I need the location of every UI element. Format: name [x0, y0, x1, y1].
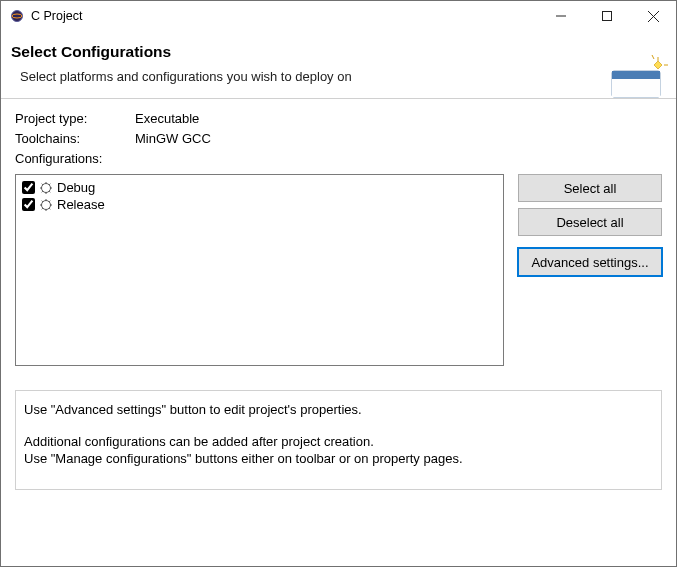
- maximize-button[interactable]: [584, 1, 630, 31]
- toolchains-label: Toolchains:: [15, 131, 135, 146]
- svg-point-13: [42, 183, 51, 192]
- info-grid: Project type: Executable Toolchains: Min…: [15, 111, 662, 166]
- page-title: Select Configurations: [11, 43, 666, 61]
- config-checkbox[interactable]: [22, 198, 35, 211]
- side-buttons: Select all Deselect all Advanced setting…: [518, 174, 662, 276]
- config-checkbox[interactable]: [22, 181, 35, 194]
- close-button[interactable]: [630, 1, 676, 31]
- page-subtitle: Select platforms and configurations you …: [11, 69, 666, 84]
- eclipse-icon: [9, 8, 25, 24]
- svg-line-12: [652, 55, 654, 59]
- svg-rect-3: [603, 12, 612, 21]
- advanced-settings-button[interactable]: Advanced settings...: [518, 248, 662, 276]
- svg-point-0: [12, 11, 23, 22]
- hint-line-2: Additional configurations can be added a…: [24, 434, 374, 449]
- wizard-header: Select Configurations Select platforms a…: [1, 31, 676, 99]
- svg-point-14: [42, 200, 51, 209]
- svg-marker-9: [654, 61, 662, 69]
- svg-rect-8: [612, 79, 660, 97]
- wizard-content: Project type: Executable Toolchains: Min…: [1, 99, 676, 498]
- configurations-label: Configurations:: [15, 151, 135, 166]
- wizard-banner-icon: [606, 43, 670, 107]
- project-type-value: Executable: [135, 111, 662, 126]
- config-label: Debug: [57, 180, 95, 195]
- titlebar[interactable]: C Project: [1, 1, 676, 31]
- list-item[interactable]: Debug: [18, 179, 501, 196]
- configurations-listbox[interactable]: DebugRelease: [15, 174, 504, 366]
- hint-line-1: Use "Advanced settings" button to edit p…: [24, 401, 653, 419]
- list-item[interactable]: Release: [18, 196, 501, 213]
- config-icon: [39, 198, 53, 212]
- toolchains-value: MinGW GCC: [135, 131, 662, 146]
- hint-line-3: Use "Manage configurations" buttons eith…: [24, 451, 463, 466]
- select-all-button[interactable]: Select all: [518, 174, 662, 202]
- minimize-button[interactable]: [538, 1, 584, 31]
- window-title: C Project: [31, 9, 538, 23]
- hints-panel: Use "Advanced settings" button to edit p…: [15, 390, 662, 490]
- deselect-all-button[interactable]: Deselect all: [518, 208, 662, 236]
- project-type-label: Project type:: [15, 111, 135, 126]
- config-icon: [39, 181, 53, 195]
- config-label: Release: [57, 197, 105, 212]
- svg-rect-7: [612, 71, 660, 79]
